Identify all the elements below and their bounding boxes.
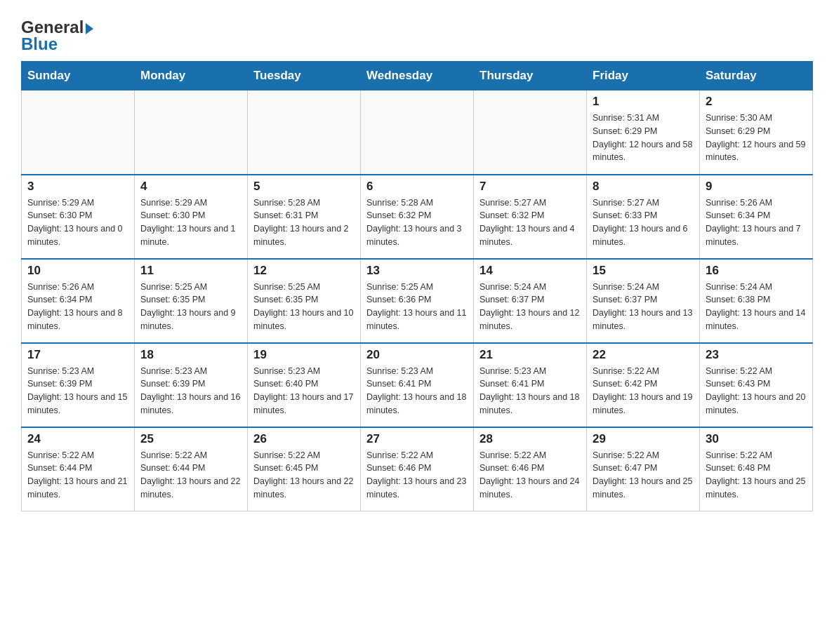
calendar-table: Sunday Monday Tuesday Wednesday Thursday… xyxy=(21,61,813,511)
table-row xyxy=(135,90,248,175)
table-row: 14Sunrise: 5:24 AMSunset: 6:37 PMDayligh… xyxy=(474,259,587,343)
day-number: 4 xyxy=(140,180,241,194)
day-number: 2 xyxy=(706,95,807,109)
day-info: Sunrise: 5:26 AMSunset: 6:34 PMDaylight:… xyxy=(27,281,128,333)
day-number: 1 xyxy=(593,95,694,109)
page-header: General Blue xyxy=(21,14,813,54)
day-info: Sunrise: 5:23 AMSunset: 6:41 PMDaylight:… xyxy=(479,365,581,417)
calendar-header-row: Sunday Monday Tuesday Wednesday Thursday… xyxy=(22,62,813,90)
day-number: 23 xyxy=(706,348,807,362)
day-number: 12 xyxy=(253,264,355,278)
table-row: 15Sunrise: 5:24 AMSunset: 6:37 PMDayligh… xyxy=(587,259,700,343)
day-info: Sunrise: 5:22 AMSunset: 6:45 PMDaylight:… xyxy=(253,449,355,502)
calendar-week-row: 17Sunrise: 5:23 AMSunset: 6:39 PMDayligh… xyxy=(22,343,813,427)
day-number: 14 xyxy=(479,264,581,278)
day-number: 29 xyxy=(593,432,694,446)
day-info: Sunrise: 5:24 AMSunset: 6:37 PMDaylight:… xyxy=(479,281,581,333)
day-number: 8 xyxy=(593,180,694,194)
day-number: 9 xyxy=(706,180,807,194)
day-info: Sunrise: 5:22 AMSunset: 6:44 PMDaylight:… xyxy=(140,449,241,502)
table-row: 21Sunrise: 5:23 AMSunset: 6:41 PMDayligh… xyxy=(474,343,587,427)
day-number: 17 xyxy=(27,348,128,362)
table-row: 2Sunrise: 5:30 AMSunset: 6:29 PMDaylight… xyxy=(700,90,813,175)
table-row: 13Sunrise: 5:25 AMSunset: 6:36 PMDayligh… xyxy=(361,259,474,343)
table-row: 16Sunrise: 5:24 AMSunset: 6:38 PMDayligh… xyxy=(700,259,813,343)
day-info: Sunrise: 5:30 AMSunset: 6:29 PMDaylight:… xyxy=(706,112,807,164)
day-info: Sunrise: 5:22 AMSunset: 6:43 PMDaylight:… xyxy=(706,365,807,417)
day-info: Sunrise: 5:24 AMSunset: 6:37 PMDaylight:… xyxy=(593,281,694,333)
day-info: Sunrise: 5:31 AMSunset: 6:29 PMDaylight:… xyxy=(593,112,694,164)
table-row: 4Sunrise: 5:29 AMSunset: 6:30 PMDaylight… xyxy=(135,175,248,259)
day-info: Sunrise: 5:23 AMSunset: 6:39 PMDaylight:… xyxy=(27,365,128,417)
day-info: Sunrise: 5:22 AMSunset: 6:47 PMDaylight:… xyxy=(593,449,694,502)
day-number: 3 xyxy=(27,180,128,194)
day-info: Sunrise: 5:23 AMSunset: 6:40 PMDaylight:… xyxy=(253,365,355,417)
logo-eneral: eneral xyxy=(34,18,84,36)
table-row: 7Sunrise: 5:27 AMSunset: 6:32 PMDaylight… xyxy=(474,175,587,259)
day-number: 25 xyxy=(140,432,241,446)
table-row: 5Sunrise: 5:28 AMSunset: 6:31 PMDaylight… xyxy=(248,175,361,259)
calendar-week-row: 10Sunrise: 5:26 AMSunset: 6:34 PMDayligh… xyxy=(22,259,813,343)
day-number: 28 xyxy=(479,432,581,446)
day-number: 13 xyxy=(366,264,468,278)
day-number: 20 xyxy=(366,348,468,362)
day-info: Sunrise: 5:22 AMSunset: 6:48 PMDaylight:… xyxy=(706,449,807,502)
table-row xyxy=(474,90,587,175)
table-row: 1Sunrise: 5:31 AMSunset: 6:29 PMDaylight… xyxy=(587,90,700,175)
day-number: 11 xyxy=(140,264,241,278)
day-number: 26 xyxy=(253,432,355,446)
day-info: Sunrise: 5:29 AMSunset: 6:30 PMDaylight:… xyxy=(140,196,241,249)
calendar-week-row: 3Sunrise: 5:29 AMSunset: 6:30 PMDaylight… xyxy=(22,175,813,259)
day-info: Sunrise: 5:29 AMSunset: 6:30 PMDaylight:… xyxy=(27,196,128,249)
day-info: Sunrise: 5:25 AMSunset: 6:36 PMDaylight:… xyxy=(366,281,468,333)
day-info: Sunrise: 5:26 AMSunset: 6:34 PMDaylight:… xyxy=(706,196,807,249)
table-row: 10Sunrise: 5:26 AMSunset: 6:34 PMDayligh… xyxy=(22,259,135,343)
day-info: Sunrise: 5:27 AMSunset: 6:33 PMDaylight:… xyxy=(593,196,694,249)
table-row: 8Sunrise: 5:27 AMSunset: 6:33 PMDaylight… xyxy=(587,175,700,259)
table-row: 12Sunrise: 5:25 AMSunset: 6:35 PMDayligh… xyxy=(248,259,361,343)
day-number: 16 xyxy=(706,264,807,278)
table-row: 25Sunrise: 5:22 AMSunset: 6:44 PMDayligh… xyxy=(135,427,248,511)
day-number: 30 xyxy=(706,432,807,446)
day-number: 18 xyxy=(140,348,241,362)
col-thursday: Thursday xyxy=(474,62,587,90)
table-row: 26Sunrise: 5:22 AMSunset: 6:45 PMDayligh… xyxy=(248,427,361,511)
day-info: Sunrise: 5:27 AMSunset: 6:32 PMDaylight:… xyxy=(479,196,581,249)
day-number: 21 xyxy=(479,348,581,362)
table-row: 20Sunrise: 5:23 AMSunset: 6:41 PMDayligh… xyxy=(361,343,474,427)
day-info: Sunrise: 5:22 AMSunset: 6:46 PMDaylight:… xyxy=(479,449,581,502)
table-row xyxy=(248,90,361,175)
calendar-week-row: 1Sunrise: 5:31 AMSunset: 6:29 PMDaylight… xyxy=(22,90,813,175)
day-number: 24 xyxy=(27,432,128,446)
day-info: Sunrise: 5:23 AMSunset: 6:41 PMDaylight:… xyxy=(366,365,468,417)
table-row: 29Sunrise: 5:22 AMSunset: 6:47 PMDayligh… xyxy=(587,427,700,511)
table-row xyxy=(361,90,474,175)
day-info: Sunrise: 5:22 AMSunset: 6:42 PMDaylight:… xyxy=(593,365,694,417)
col-monday: Monday xyxy=(135,62,248,90)
col-saturday: Saturday xyxy=(700,62,813,90)
logo: General Blue xyxy=(21,14,93,54)
table-row: 6Sunrise: 5:28 AMSunset: 6:32 PMDaylight… xyxy=(361,175,474,259)
day-number: 15 xyxy=(593,264,694,278)
table-row: 30Sunrise: 5:22 AMSunset: 6:48 PMDayligh… xyxy=(700,427,813,511)
day-number: 6 xyxy=(366,180,468,194)
col-sunday: Sunday xyxy=(22,62,135,90)
day-info: Sunrise: 5:22 AMSunset: 6:44 PMDaylight:… xyxy=(27,449,128,502)
table-row: 28Sunrise: 5:22 AMSunset: 6:46 PMDayligh… xyxy=(474,427,587,511)
day-number: 7 xyxy=(479,180,581,194)
day-number: 22 xyxy=(593,348,694,362)
day-number: 27 xyxy=(366,432,468,446)
day-info: Sunrise: 5:25 AMSunset: 6:35 PMDaylight:… xyxy=(253,281,355,333)
day-number: 5 xyxy=(253,180,355,194)
table-row: 23Sunrise: 5:22 AMSunset: 6:43 PMDayligh… xyxy=(700,343,813,427)
col-wednesday: Wednesday xyxy=(361,62,474,90)
day-number: 19 xyxy=(253,348,355,362)
table-row xyxy=(22,90,135,175)
logo-blue-text: Blue xyxy=(21,34,58,54)
table-row: 9Sunrise: 5:26 AMSunset: 6:34 PMDaylight… xyxy=(700,175,813,259)
table-row: 22Sunrise: 5:22 AMSunset: 6:42 PMDayligh… xyxy=(587,343,700,427)
day-info: Sunrise: 5:28 AMSunset: 6:31 PMDaylight:… xyxy=(253,196,355,249)
table-row: 19Sunrise: 5:23 AMSunset: 6:40 PMDayligh… xyxy=(248,343,361,427)
logo-triangle-icon xyxy=(86,23,93,34)
calendar-week-row: 24Sunrise: 5:22 AMSunset: 6:44 PMDayligh… xyxy=(22,427,813,511)
